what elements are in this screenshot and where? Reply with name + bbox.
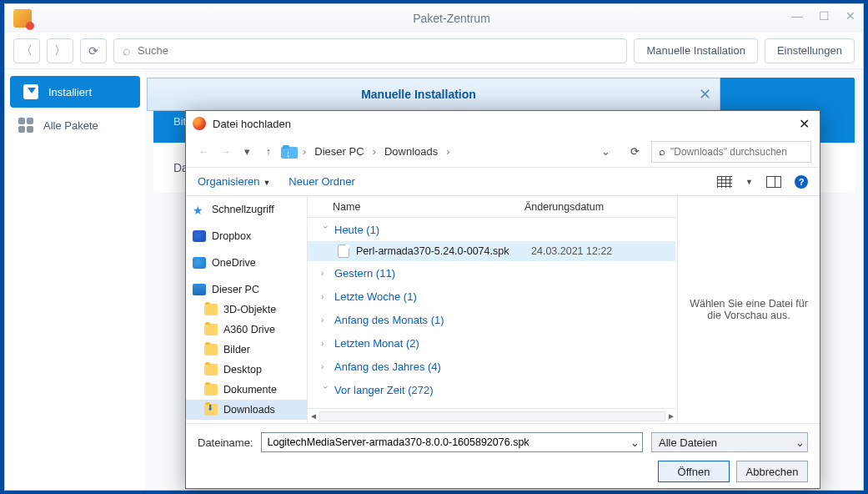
maximize-icon[interactable]: ☐: [816, 9, 831, 23]
filter-dropdown-icon[interactable]: ⌄: [792, 436, 807, 449]
all-packages-icon: [18, 118, 33, 133]
tree-onedrive[interactable]: OneDrive: [186, 253, 307, 273]
manual-install-title: Manuelle Installation: [148, 88, 690, 101]
breadcrumb-root[interactable]: Dieser PC: [311, 145, 367, 158]
nav-refresh-icon[interactable]: ⟳: [622, 145, 648, 158]
file-dialog-footer: Dateiname: ⌄ Alle Dateien ⌄ Öffnen Abbre…: [186, 423, 820, 491]
file-group[interactable]: ›Gestern (11): [308, 261, 675, 285]
open-button[interactable]: Öffnen: [658, 461, 730, 482]
package-center-icon: [13, 9, 32, 28]
crumb-sep-icon: ›: [444, 145, 451, 158]
crumb-sep-icon: ›: [371, 145, 378, 158]
tree-this-pc[interactable]: Dieser PC: [186, 280, 307, 300]
installed-icon: [23, 84, 38, 99]
folder-search-field[interactable]: ⌕: [651, 141, 811, 163]
minimize-icon[interactable]: —: [790, 9, 805, 23]
tree-pictures[interactable]: Bilder: [186, 340, 307, 360]
search-field[interactable]: ⌕: [113, 38, 627, 63]
file-group[interactable]: ›Anfang des Jahres (4): [308, 355, 675, 378]
folder-icon: [204, 324, 218, 335]
horizontal-scrollbar[interactable]: ◄►: [308, 408, 677, 423]
folder-icon: [204, 344, 218, 355]
tree-a360[interactable]: A360 Drive: [186, 320, 307, 340]
forward-button[interactable]: 〉: [47, 38, 73, 63]
new-folder-button[interactable]: Neuer Ordner: [288, 175, 354, 188]
file-row[interactable]: Perl-armada370-5.24.0-0074.spk24.03.2021…: [308, 241, 675, 261]
filename-dropdown-icon[interactable]: ⌄: [627, 436, 642, 449]
tree-dropbox[interactable]: Dropbox: [186, 226, 307, 246]
window-titlebar[interactable]: Paket-Zentrum — ☐ ✕: [5, 4, 863, 33]
group-label: Heute (1): [334, 224, 379, 236]
help-icon[interactable]: ?: [795, 175, 808, 189]
organize-button[interactable]: Organisieren▼: [198, 175, 270, 188]
chevron-icon: ›: [321, 315, 329, 325]
sidebar-item-all-packages[interactable]: Alle Pakete: [5, 109, 145, 141]
star-icon: ★: [193, 204, 206, 215]
file-dialog-close-icon[interactable]: ✕: [795, 116, 813, 132]
file-type-filter[interactable]: Alle Dateien ⌄: [651, 432, 808, 452]
onedrive-icon: [193, 257, 206, 269]
nav-recent-icon[interactable]: ▾: [238, 145, 256, 158]
file-dialog-title: Datei hochladen: [213, 118, 291, 130]
cancel-button[interactable]: Abbrechen: [736, 461, 808, 482]
file-dialog-toolbar: Organisieren▼ Neuer Ordner ▼ ?: [186, 168, 820, 196]
tree-downloads[interactable]: Downloads: [186, 400, 307, 420]
file-dialog-navbar: ← → ▾ ↑ ↓ › Dieser PC › Downloads › ⌄ ⟳ …: [186, 136, 820, 168]
breadcrumb-folder[interactable]: Downloads: [381, 145, 441, 158]
file-group[interactable]: ›Letzte Woche (1): [308, 285, 675, 308]
search-input[interactable]: [138, 44, 618, 57]
file-group[interactable]: ›Vor langer Zeit (272): [308, 378, 675, 401]
firefox-icon: [193, 117, 206, 130]
manual-install-close-icon[interactable]: ✕: [690, 85, 720, 103]
nav-forward-icon[interactable]: →: [216, 145, 234, 158]
chevron-icon: ›: [321, 292, 329, 301]
close-icon[interactable]: ✕: [843, 9, 858, 23]
file-icon: [338, 244, 349, 258]
manual-install-dialog: Manuelle Installation ✕: [147, 78, 720, 111]
view-options-icon[interactable]: [717, 176, 732, 188]
file-date: 24.03.2021 12:22: [531, 245, 612, 257]
column-name[interactable]: Name: [308, 201, 524, 213]
tree-documents[interactable]: Dokumente: [186, 380, 307, 400]
tree-desktop[interactable]: Desktop: [186, 360, 307, 380]
file-list-header[interactable]: Name Änderungsdatum: [308, 196, 677, 218]
group-label: Letzten Monat (2): [334, 337, 419, 350]
filter-label: Alle Dateien: [652, 436, 792, 449]
view-options-caret-icon[interactable]: ▼: [745, 178, 753, 186]
tree-quick-access[interactable]: ★Schnellzugriff: [186, 199, 307, 219]
filename-input[interactable]: [262, 436, 627, 448]
window-title: Paket-Zentrum: [40, 12, 863, 25]
pc-icon: [193, 284, 206, 295]
file-list-body[interactable]: ›Heute (1)Perl-armada370-5.24.0-0074.spk…: [308, 218, 677, 408]
search-icon: ⌕: [659, 145, 665, 158]
settings-button[interactable]: Einstellungen: [765, 38, 855, 63]
download-folder-icon: ↓: [281, 145, 298, 159]
nav-back-icon[interactable]: ←: [194, 145, 213, 158]
dropbox-icon: [193, 230, 206, 242]
breadcrumb-dropdown-icon[interactable]: ⌄: [593, 145, 619, 158]
filename-field[interactable]: ⌄: [261, 432, 643, 452]
file-name: Perl-armada370-5.24.0-0074.spk: [356, 245, 531, 257]
group-label: Anfang des Jahres (4): [334, 360, 441, 373]
folder-tree[interactable]: ★Schnellzugriff Dropbox OneDrive Dieser …: [186, 196, 308, 423]
manual-install-button[interactable]: Manuelle Installation: [634, 38, 758, 63]
back-button[interactable]: 〈: [13, 38, 40, 63]
search-icon: ⌕: [123, 43, 131, 58]
file-list: Name Änderungsdatum ›Heute (1)Perl-armad…: [308, 196, 678, 423]
folder-search-input[interactable]: [670, 146, 804, 158]
tree-3d-objects[interactable]: 3D-Objekte: [186, 300, 307, 320]
chevron-icon: ›: [321, 225, 330, 234]
toolbar: 〈 〉 ⟳ ⌕ Manuelle Installation Einstellun…: [5, 33, 863, 69]
file-dialog-titlebar[interactable]: Datei hochladen ✕: [186, 111, 820, 136]
folder-icon: [204, 384, 218, 396]
nav-up-icon[interactable]: ↑: [259, 145, 278, 158]
preview-pane-icon[interactable]: [766, 176, 781, 188]
sidebar-item-installed[interactable]: Installiert: [10, 76, 140, 108]
folder-icon: [204, 304, 218, 315]
file-group[interactable]: ›Letzten Monat (2): [308, 331, 675, 355]
column-date[interactable]: Änderungsdatum: [524, 201, 677, 213]
file-group[interactable]: ›Heute (1): [308, 218, 675, 241]
file-group[interactable]: ›Anfang des Monats (1): [308, 308, 675, 331]
downloads-folder-icon: [204, 404, 218, 416]
refresh-button[interactable]: ⟳: [80, 38, 107, 63]
